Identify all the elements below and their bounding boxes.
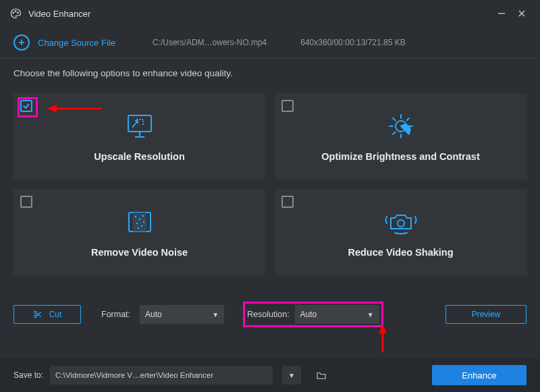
source-meta: 640x360/00:00:13/721.85 KB xyxy=(300,38,405,47)
divider xyxy=(0,58,540,59)
enhance-label: Enhance xyxy=(462,370,496,381)
svg-point-37 xyxy=(398,220,404,227)
window-title: Video Enhancer xyxy=(28,9,90,19)
camera-shake-icon xyxy=(383,206,419,237)
svg-rect-8 xyxy=(128,115,151,132)
svg-line-16 xyxy=(393,118,396,121)
checkbox[interactable] xyxy=(20,196,32,208)
save-path-field[interactable]: C:\Vidmore\Vidmore V…erter\Video Enhance… xyxy=(50,366,273,385)
svg-point-32 xyxy=(142,215,144,217)
change-source-button[interactable]: + Change Source File xyxy=(14,34,115,51)
source-file-bar: + Change Source File C:/Users/ADM…owers-… xyxy=(0,27,540,58)
card-reduce-shaking[interactable]: Reduce Video Shaking xyxy=(275,189,526,275)
format-label: Format: xyxy=(101,310,130,319)
enhancement-cards: Upscale Resolution Optimize Brigh xyxy=(0,78,540,275)
cut-button[interactable]: Cut xyxy=(14,305,81,324)
card-label: Upscale Resolution xyxy=(94,151,185,162)
save-path-dropdown[interactable]: ▼ xyxy=(282,366,301,385)
folder-icon xyxy=(316,370,327,380)
scissors-icon xyxy=(33,310,43,319)
chevron-down-icon: ▼ xyxy=(288,372,295,379)
card-optimize-brightness[interactable]: Optimize Brightness and Contrast xyxy=(275,93,526,179)
card-label: Reduce Video Shaking xyxy=(348,247,453,258)
palette-icon xyxy=(8,6,23,21)
svg-point-35 xyxy=(138,227,139,229)
svg-point-2 xyxy=(18,12,19,13)
card-upscale-resolution[interactable]: Upscale Resolution xyxy=(14,93,265,179)
svg-point-0 xyxy=(13,12,14,13)
preview-label: Preview xyxy=(472,310,501,319)
svg-point-1 xyxy=(15,11,16,12)
save-to-label: Save to: xyxy=(14,370,43,380)
footer-bar: Save to: C:\Vidmore\Vidmore V…erter\Vide… xyxy=(0,358,540,392)
checkbox[interactable] xyxy=(20,100,32,112)
card-label: Remove Video Noise xyxy=(91,247,188,258)
save-path-value: C:\Vidmore\Vidmore V…erter\Video Enhance… xyxy=(55,371,213,379)
preview-button[interactable]: Preview xyxy=(446,305,526,324)
plus-circle-icon: + xyxy=(14,34,30,51)
svg-point-33 xyxy=(136,223,138,224)
card-remove-noise[interactable]: Remove Video Noise xyxy=(14,189,265,275)
checkbox[interactable] xyxy=(281,100,294,112)
close-button[interactable] xyxy=(512,3,532,24)
monitor-up-icon xyxy=(123,111,157,142)
resolution-label: Resolution: xyxy=(247,310,290,319)
format-value: Auto xyxy=(145,310,162,319)
svg-point-31 xyxy=(139,219,140,220)
resolution-dropdown[interactable]: Auto ▼ xyxy=(295,305,379,324)
svg-marker-7 xyxy=(47,105,57,113)
film-noise-icon xyxy=(124,206,156,237)
checkbox[interactable] xyxy=(281,196,294,208)
svg-point-30 xyxy=(135,216,136,217)
svg-point-34 xyxy=(141,225,142,227)
svg-line-19 xyxy=(393,132,396,135)
chevron-down-icon: ▼ xyxy=(367,311,374,318)
format-dropdown[interactable]: Auto ▼ xyxy=(140,305,224,324)
sun-icon xyxy=(384,111,418,142)
resolution-value: Auto xyxy=(300,310,317,319)
enhance-button[interactable]: Enhance xyxy=(432,365,526,385)
change-source-label: Change Source File xyxy=(38,38,115,48)
options-toolbar: Cut Format: Auto ▼ Resolution: Auto ▼ Pr… xyxy=(0,300,540,329)
instruction-text: Choose the following options to enhance … xyxy=(0,68,540,78)
title-bar: Video Enhancer xyxy=(0,0,540,27)
cut-label: Cut xyxy=(49,310,62,319)
svg-line-18 xyxy=(406,118,409,121)
card-label: Optimize Brightness and Contrast xyxy=(321,151,479,162)
source-path: C:/Users/ADM…owers-NO.mp4 xyxy=(153,38,267,47)
chevron-down-icon: ▼ xyxy=(212,311,219,318)
annotation-arrow-icon xyxy=(47,104,101,113)
svg-point-36 xyxy=(143,221,144,223)
open-folder-button[interactable] xyxy=(312,366,331,385)
minimize-button[interactable] xyxy=(491,3,512,24)
